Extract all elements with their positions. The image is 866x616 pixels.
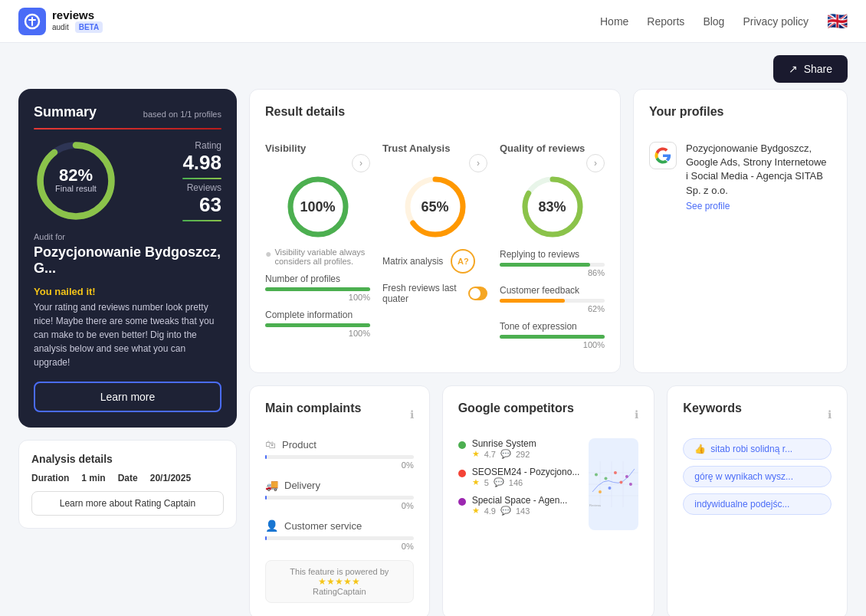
result-details-card: Result details Visibility › xyxy=(249,89,621,373)
competitor-1-reviews: 292 xyxy=(516,450,530,459)
cs-bar-fill xyxy=(265,536,267,540)
donut-text: 82% Final result xyxy=(55,167,97,194)
language-flag[interactable]: 🇬🇧 xyxy=(827,11,848,31)
competitors-info-icon[interactable]: ℹ xyxy=(635,408,638,421)
competitor-3-rating: 4.9 xyxy=(484,506,496,516)
date-value: 20/1/2025 xyxy=(150,473,191,483)
duration-value: 1 min xyxy=(81,473,105,483)
nav-privacy[interactable]: Privacy policy xyxy=(743,15,809,28)
competitors-map: Reviews xyxy=(589,438,638,530)
summary-top-row: 82% Final result Rating 4.98 Reviews 63 xyxy=(34,139,221,223)
complaints-info-icon[interactable]: ℹ xyxy=(410,408,414,421)
fresh-label: Fresh reviews last quater xyxy=(382,283,461,304)
svg-point-20 xyxy=(625,475,628,478)
fresh-toggle[interactable] xyxy=(468,287,487,300)
result-details-grid: Visibility › 100% xyxy=(265,131,605,357)
topbar: ↗ Share xyxy=(0,43,866,89)
trust-circle: 65% xyxy=(401,172,470,241)
learn-more-button[interactable]: Learn more xyxy=(34,382,221,412)
trust-section: Trust Analysis › 65% xyxy=(382,131,487,313)
keyword-tag-1[interactable]: 👍 sitab robi solidną r... xyxy=(683,438,832,460)
competitor-2-info: SEOSEM24 - Pozycjono... ★ 5 💬 146 xyxy=(472,467,580,487)
complete-info-label: Complete information xyxy=(265,310,370,320)
visibility-circle: 100% xyxy=(284,172,353,241)
replying-bar-fill xyxy=(500,263,590,267)
nav-reports[interactable]: Reports xyxy=(647,15,684,28)
nav-blog[interactable]: Blog xyxy=(703,15,724,28)
right-column: Result details Visibility › xyxy=(249,89,848,616)
feedback-bar xyxy=(500,299,605,303)
final-score-donut: 82% Final result xyxy=(34,139,118,223)
competitor-2-meta: ★ 5 💬 146 xyxy=(472,477,580,487)
competitor-2-rating: 5 xyxy=(484,478,489,487)
delivery-complaint-header: 🚚 Delivery xyxy=(265,479,414,491)
powered-by-box: This feature is powered by ★★★★★ RatingC… xyxy=(265,560,414,603)
delivery-label: Delivery xyxy=(284,480,320,491)
powered-by-label: This feature is powered by xyxy=(275,567,404,576)
feedback-bar-fill xyxy=(500,299,565,303)
see-profile-link[interactable]: See profile xyxy=(686,201,832,211)
rating-value: 4.98 xyxy=(182,151,221,175)
tone-metric: Tone of expression 100% xyxy=(500,321,605,349)
keyword-2-text: górę w wynikach wysz... xyxy=(694,471,793,482)
competitor-1-rating: 4.7 xyxy=(484,450,496,459)
rating-captain-button[interactable]: Learn more about Rating Captain xyxy=(31,491,224,516)
rating-label: Rating xyxy=(182,140,221,151)
quality-circle: 83% xyxy=(518,172,587,241)
competitor-2-reviews: 146 xyxy=(509,478,523,487)
competitor-3-info: Special Space - Agen... ★ 4.9 💬 143 xyxy=(472,495,568,516)
tone-bar xyxy=(500,335,605,339)
competitor-1-stars-icon: ★ xyxy=(472,449,480,459)
matrix-class-text: A? xyxy=(458,257,469,266)
competitor-1: Sunrise System ★ 4.7 💬 292 xyxy=(458,438,580,459)
quality-donut: 83% xyxy=(500,172,605,241)
svg-point-23 xyxy=(599,490,602,493)
competitor-3-reviews: 143 xyxy=(516,506,530,516)
cs-pct: 0% xyxy=(265,542,414,551)
profile-item: Pozycjonowanie Bydgoszcz, Google Ads, St… xyxy=(649,142,832,211)
complaints-card: Main complaints ℹ 🛍 Product 0% 🚚 xyxy=(249,385,430,616)
keyword-3-text: indywidualne podejśc... xyxy=(694,499,789,510)
trust-next-arrow[interactable]: › xyxy=(469,154,487,172)
competitor-3-meta: ★ 4.9 💬 143 xyxy=(472,506,568,516)
profiles-metric: Number of profiles 100% xyxy=(265,274,370,302)
trust-donut: 65% xyxy=(382,172,487,241)
nav-home[interactable]: Home xyxy=(600,15,628,28)
replying-metric: Replying to reviews 86% xyxy=(500,249,605,277)
competitor-1-name: Sunrise System xyxy=(472,438,536,449)
keyword-tag-2[interactable]: górę w wynikach wysz... xyxy=(683,466,832,487)
competitor-3-stars-icon: ★ xyxy=(472,506,480,516)
share-label: Share xyxy=(804,63,832,75)
complete-info-metric: Complete information 100% xyxy=(265,310,370,338)
competitor-1-info: Sunrise System ★ 4.7 💬 292 xyxy=(472,438,536,459)
keywords-info-icon[interactable]: ℹ xyxy=(828,408,832,421)
svg-point-18 xyxy=(614,471,617,474)
replying-label: Replying to reviews xyxy=(500,249,605,260)
visibility-next-arrow[interactable]: › xyxy=(352,154,370,172)
quality-next-arrow[interactable]: › xyxy=(586,154,605,172)
profiles-pct: 100% xyxy=(265,293,370,302)
competitors-card: Google competitors ℹ Sunrise System ★ 4.… xyxy=(442,385,655,616)
share-button[interactable]: ↗ Share xyxy=(773,55,848,83)
profiles-bar-fill xyxy=(265,287,370,291)
competitor-3-dot xyxy=(458,498,466,506)
fresh-reviews-metric: Fresh reviews last quater xyxy=(382,283,487,304)
matrix-metric: Matrix analysis A? xyxy=(382,249,487,274)
delivery-pct: 0% xyxy=(265,501,414,510)
competitor-2: SEOSEM24 - Pozycjono... ★ 5 💬 146 xyxy=(458,467,580,487)
visibility-note-text: Visibility variable always considers all… xyxy=(274,247,370,266)
competitor-3: Special Space - Agen... ★ 4.9 💬 143 xyxy=(458,495,580,516)
google-logo xyxy=(649,142,677,169)
navigation: reviews audit BETA Home Reports Blog Pri… xyxy=(0,0,866,43)
feedback-pct: 62% xyxy=(500,304,605,313)
visibility-section: Visibility › 100% xyxy=(265,131,370,346)
keyword-tag-3[interactable]: indywidualne podejśc... xyxy=(683,493,832,515)
keywords-title: Keywords xyxy=(683,401,741,415)
info-dot-icon: ● xyxy=(265,247,271,260)
replying-pct: 86% xyxy=(500,268,605,277)
product-complaint: 🛍 Product 0% xyxy=(265,438,414,470)
competitor-list: Sunrise System ★ 4.7 💬 292 xyxy=(458,438,580,530)
logo-text: reviews audit BETA xyxy=(52,9,103,34)
reviews-line xyxy=(182,220,221,221)
cs-icon: 👤 xyxy=(265,519,278,532)
